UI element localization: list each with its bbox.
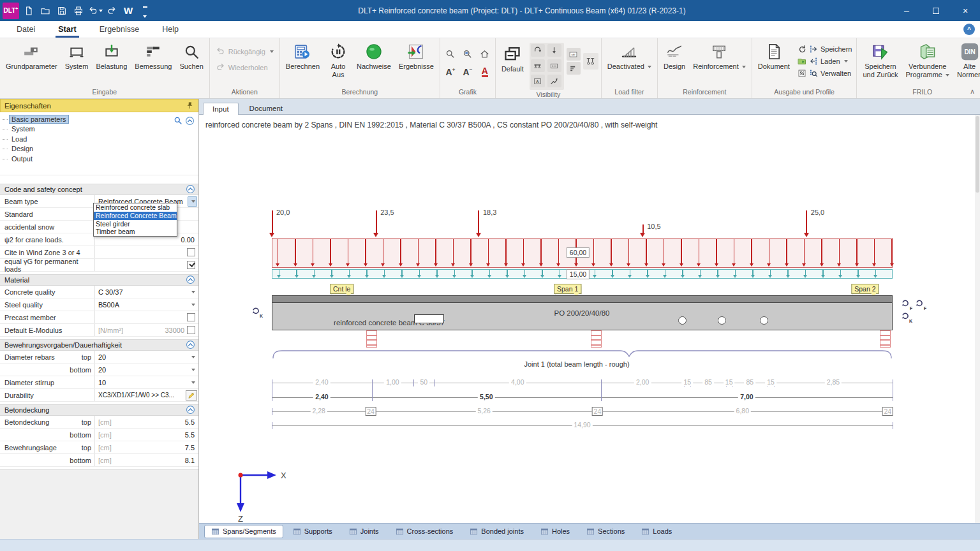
dropdown-option-timber-beam[interactable]: Timber beam xyxy=(94,228,177,236)
minimize-button[interactable]: – xyxy=(892,0,921,21)
tree-item-system[interactable]: System xyxy=(0,124,198,135)
toggle-polyline[interactable] xyxy=(547,75,561,87)
button-home[interactable] xyxy=(477,45,493,62)
beam-hole[interactable] xyxy=(678,316,687,325)
tree-item-design[interactable]: Design xyxy=(0,144,198,154)
toggle-arc-arrow[interactable] xyxy=(531,44,545,57)
button-font-minus[interactable]: A− xyxy=(460,64,475,80)
bottom-tab-spans-segments[interactable]: Spans/Segments xyxy=(204,525,283,538)
maximize-button[interactable] xyxy=(921,0,951,21)
toggle-down-arrow[interactable] xyxy=(547,44,561,57)
button-nachweise[interactable]: Nachweise xyxy=(353,40,394,84)
bottom-tab-cross-sections[interactable]: Cross-sections xyxy=(389,525,461,538)
bottom-tab-joints[interactable]: Joints xyxy=(342,525,386,538)
toggle-area-label[interactable]: A xyxy=(531,75,545,87)
qa-new-file-button[interactable] xyxy=(22,4,36,18)
button-r-ckg-ngig[interactable]: Rückgängig xyxy=(212,45,277,57)
vertical-scrollbar[interactable] xyxy=(975,115,980,523)
bottom-tab-sections[interactable]: Sections xyxy=(579,525,632,538)
button-deactivated[interactable]: Deactivated xyxy=(604,40,655,84)
span-flag-span-2[interactable]: Span 2 xyxy=(851,284,879,294)
menu-tab-ergebnisse[interactable]: Ergebnisse xyxy=(88,21,151,38)
menu-tab-datei[interactable]: Datei xyxy=(5,21,47,38)
button-bemessung[interactable]: Bemessung xyxy=(131,40,175,84)
button-dokument[interactable]: Dokument xyxy=(755,40,793,84)
qa-word-export-button[interactable]: W xyxy=(121,4,135,18)
prop-value[interactable]: [cm]5.5 xyxy=(94,416,198,428)
span-flag-span-1[interactable]: Span 1 xyxy=(554,284,581,294)
qa-open-folder-button[interactable] xyxy=(38,4,52,18)
section-collapse-icon[interactable] xyxy=(186,184,195,195)
point-load-arrow[interactable] xyxy=(476,210,482,237)
bottom-tab-supports[interactable]: Supports xyxy=(286,525,339,538)
toggle-abl-label[interactable]: abl xyxy=(567,48,581,61)
qa-save-button[interactable] xyxy=(55,4,69,18)
joint-marker[interactable] xyxy=(414,314,444,323)
button-belastung[interactable]: Belastung xyxy=(93,40,130,84)
support[interactable] xyxy=(366,330,377,348)
bottom-tab-bonded-joints[interactable]: Bonded joints xyxy=(463,525,531,538)
support[interactable] xyxy=(880,330,891,348)
toggle-numbers-vis[interactable] xyxy=(547,59,561,72)
tree-item-output[interactable]: Output xyxy=(0,154,198,164)
button-speichern-und-zur-ck[interactable]: Speichernund Zurück xyxy=(859,40,901,84)
tree-item-basic-parameters[interactable]: Basic parameters xyxy=(0,114,198,124)
button-zoom[interactable] xyxy=(443,45,458,62)
bottom-tab-holes[interactable]: Holes xyxy=(533,525,577,538)
section-collapse-icon[interactable] xyxy=(186,405,195,416)
button-font-color[interactable]: A xyxy=(477,64,493,80)
support[interactable] xyxy=(591,330,602,348)
bottom-tab-loads[interactable]: Loads xyxy=(634,525,679,538)
rotation-marker-k-left[interactable]: K xyxy=(251,306,262,316)
button-default[interactable]: Default xyxy=(498,43,527,86)
combo-arrow-button[interactable] xyxy=(188,378,197,388)
toggle-pendulum[interactable] xyxy=(583,53,598,70)
button-ergebnisse[interactable]: Ergebnisse xyxy=(396,40,437,84)
point-load-arrow[interactable] xyxy=(269,210,275,237)
button-laden[interactable]: Laden xyxy=(796,56,854,66)
checkbox-default-e-modulus[interactable] xyxy=(187,326,195,334)
button-verwalten[interactable]: Verwalten xyxy=(796,68,854,78)
prop-value[interactable]: 10 xyxy=(94,376,198,388)
checkbox-cite-in-wind-zone-3-or-4[interactable] xyxy=(187,248,195,256)
doc-tab-input[interactable]: Input xyxy=(203,103,239,115)
prop-value[interactable]: 20 xyxy=(94,351,198,363)
button-grundparameter[interactable]: Grundparameter xyxy=(3,40,61,84)
rotation-marker-k-right[interactable]: K xyxy=(901,311,911,321)
section-collapse-icon[interactable] xyxy=(186,275,195,286)
checkbox-equal-g-for-permanent-loads[interactable] xyxy=(187,261,195,269)
button-wiederholen[interactable]: Wiederholen xyxy=(212,61,277,73)
point-load-arrow[interactable] xyxy=(804,210,810,237)
combo-arrow-button[interactable] xyxy=(188,352,197,362)
qa-print-button[interactable] xyxy=(71,4,85,18)
button-zoom-window[interactable] xyxy=(460,45,475,62)
combo-arrow-button[interactable] xyxy=(188,300,197,310)
button-font-plus[interactable]: A+ xyxy=(443,64,458,80)
checkbox-precast-member[interactable] xyxy=(187,313,195,321)
prop-value[interactable]: C 30/37 xyxy=(94,286,198,298)
combo-arrow-button[interactable] xyxy=(188,287,197,297)
dropdown-option-reinforced-concrete-slab[interactable]: Reinforced concrete slab xyxy=(94,203,177,212)
button-auto-aus[interactable]: AutoAus xyxy=(324,40,352,84)
menu-tab-start[interactable]: Start xyxy=(47,21,87,38)
qa-redo-button[interactable] xyxy=(105,4,119,18)
button-berechnen[interactable]: Berechnen xyxy=(283,40,323,84)
ribbon-collapse-chevron-icon[interactable]: ∧ xyxy=(970,87,975,96)
dropdown-option-steel-girder[interactable]: Steel girder xyxy=(94,220,177,228)
prop-value[interactable]: B500A xyxy=(94,298,198,311)
qa-customize-button[interactable] xyxy=(138,4,152,18)
toggle-sort-bars[interactable] xyxy=(567,62,581,75)
button-verbundene-programme[interactable]: VerbundeneProgramme xyxy=(903,40,953,84)
dropdown-option-reinforced-concrete-beam[interactable]: Reinforced Concrete Beam xyxy=(94,212,177,220)
button-alte-normen[interactable]: DINAlteNormen xyxy=(954,40,980,84)
tree-item-load[interactable]: Load xyxy=(0,134,198,144)
combo-arrow-button[interactable] xyxy=(188,365,197,375)
qa-undo-button[interactable] xyxy=(88,4,102,18)
button-suchen[interactable]: Suchen xyxy=(176,40,206,84)
panel-collapse-button[interactable] xyxy=(185,116,195,127)
durability-edit-button[interactable] xyxy=(186,390,197,400)
prop-value[interactable]: [cm]5.5 xyxy=(94,429,198,441)
point-load-arrow[interactable] xyxy=(373,210,379,237)
toggle-supports-vis[interactable] xyxy=(531,59,545,72)
button-speichern[interactable]: Speichern xyxy=(796,44,854,54)
